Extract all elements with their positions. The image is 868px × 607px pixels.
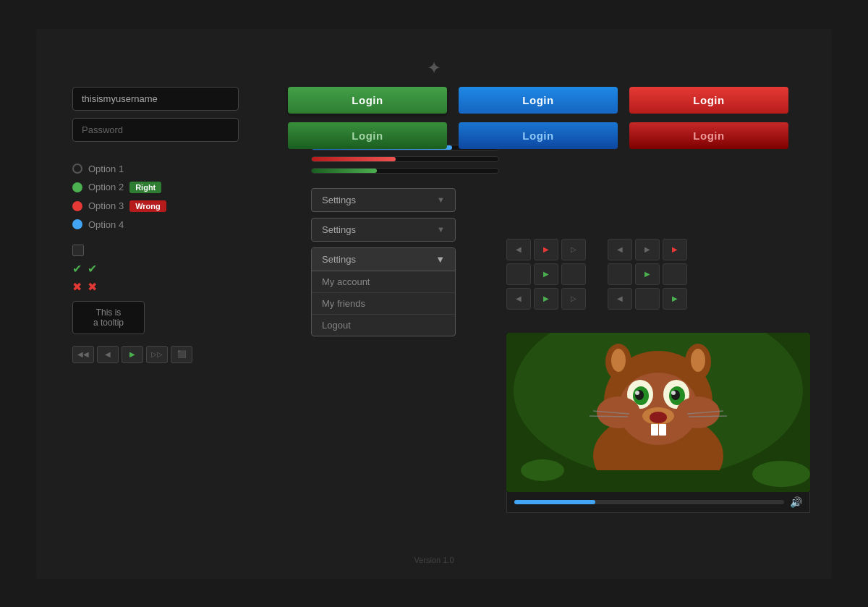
mg2-btn2[interactable]: ▶ bbox=[635, 239, 660, 260]
radio-circle-4 bbox=[72, 219, 82, 229]
svg-point-29 bbox=[752, 461, 810, 487]
svg-point-15 bbox=[635, 391, 639, 395]
dropdown-arrow-2: ▼ bbox=[437, 225, 445, 234]
dropdown-menu-header[interactable]: Settings ▼ bbox=[312, 248, 455, 271]
video-squirrel-svg bbox=[506, 333, 810, 492]
mg1-btn1[interactable]: ◀ bbox=[506, 239, 531, 260]
svg-point-6 bbox=[611, 349, 626, 372]
username-input[interactable] bbox=[72, 87, 239, 111]
mg1-btn9[interactable]: ▷ bbox=[561, 288, 586, 310]
radio-option-1[interactable]: Option 1 bbox=[72, 164, 297, 174]
mg2-btn7[interactable]: ◀ bbox=[608, 288, 632, 310]
mg1-btn8[interactable]: ▶ bbox=[534, 288, 558, 310]
radio-label-2: Option 2 bbox=[88, 182, 124, 192]
left-column: Option 1 Option 2 Right Option 3 Wrong O… bbox=[72, 87, 297, 363]
svg-point-22 bbox=[676, 396, 720, 428]
mg2-btn9[interactable]: ▶ bbox=[663, 288, 687, 310]
login-btn-red-2[interactable]: Login bbox=[629, 122, 788, 149]
mg1-btn3[interactable]: ▷ bbox=[561, 239, 586, 260]
media-grid-2: ◀ ▶ ▶ ▶ ◀ ▶ bbox=[608, 239, 687, 310]
dropdown-menu-arrow: ▼ bbox=[435, 254, 445, 265]
svg-rect-19 bbox=[651, 424, 658, 436]
login-buttons-section: Login Login Login Login Login Login bbox=[288, 87, 788, 158]
main-container: ✦ Option 1 Option 2 Right Option 3 Wrong bbox=[36, 29, 832, 579]
svg-line-24 bbox=[590, 416, 628, 417]
mg1-btn7[interactable]: ◀ bbox=[506, 288, 531, 310]
mg1-btn6[interactable] bbox=[561, 263, 586, 285]
login-btn-blue-2[interactable]: Login bbox=[459, 122, 618, 149]
login-button-row-1: Login Login Login bbox=[288, 87, 788, 114]
ctrl-stop[interactable]: ⬛ bbox=[171, 346, 192, 363]
media-grid-section: ◀ ▶ ▷ ▶ ◀ ▶ ▷ ◀ ▶ ▶ ▶ ◀ ▶ bbox=[506, 239, 687, 310]
login-btn-green-1[interactable]: Login bbox=[288, 87, 447, 114]
ctrl-prev[interactable]: ◀ bbox=[97, 346, 119, 363]
video-player: 🔊 bbox=[506, 333, 810, 513]
mg1-btn5[interactable]: ▶ bbox=[534, 263, 558, 285]
green-checks-row: ✔ ✔ bbox=[72, 262, 297, 276]
login-btn-green-2[interactable]: Login bbox=[288, 122, 447, 149]
check-green-2: ✔ bbox=[88, 262, 97, 276]
mg2-btn5[interactable]: ▶ bbox=[635, 263, 660, 285]
volume-icon[interactable]: 🔊 bbox=[790, 496, 802, 508]
radio-label-4: Option 4 bbox=[88, 219, 124, 230]
mg1-btn4[interactable] bbox=[506, 263, 531, 285]
dropdown-menu-title: Settings bbox=[322, 254, 356, 265]
radio-circle-2 bbox=[72, 182, 82, 192]
version-text: Version 1.0 bbox=[414, 556, 454, 564]
dropdown-label-1: Settings bbox=[322, 195, 356, 205]
video-screen bbox=[506, 333, 810, 492]
login-button-row-2: Login Login Login bbox=[288, 122, 788, 149]
mg2-btn1[interactable]: ◀ bbox=[608, 239, 632, 260]
tooltip-line2: a tooltip bbox=[93, 318, 124, 328]
dropdown-item-myaccount[interactable]: My account bbox=[312, 271, 455, 293]
video-controls-bar: 🔊 bbox=[506, 492, 810, 513]
radio-label-1: Option 1 bbox=[88, 164, 124, 174]
ctrl-next[interactable]: ▷▷ bbox=[146, 346, 168, 363]
checkbox-group: ✔ ✔ ✖ ✖ bbox=[72, 245, 297, 294]
dropdown-btn-1[interactable]: Settings ▼ bbox=[311, 188, 456, 212]
media-grid-1: ◀ ▶ ▷ ▶ ◀ ▶ ▷ bbox=[506, 239, 586, 310]
slider-track-green[interactable] bbox=[311, 168, 499, 174]
radio-option-2[interactable]: Option 2 Right bbox=[72, 182, 297, 193]
svg-rect-20 bbox=[659, 424, 666, 436]
svg-point-16 bbox=[671, 391, 676, 395]
cross-red-1: ✖ bbox=[72, 280, 82, 294]
mg1-btn2[interactable]: ▶ bbox=[534, 239, 558, 260]
radio-label-3: Option 3 bbox=[88, 200, 124, 211]
dropdowns-section: Settings ▼ Settings ▼ bbox=[311, 188, 542, 242]
checkbox-row-1[interactable] bbox=[72, 245, 297, 256]
radio-option-3[interactable]: Option 3 Wrong bbox=[72, 200, 297, 212]
badge-right: Right bbox=[129, 182, 161, 193]
checkbox-1[interactable] bbox=[72, 245, 84, 256]
radio-option-4[interactable]: Option 4 bbox=[72, 219, 297, 230]
password-input[interactable] bbox=[72, 118, 239, 142]
mg2-btn8[interactable] bbox=[635, 288, 660, 310]
login-btn-blue-1[interactable]: Login bbox=[459, 87, 618, 114]
dropdown-label-2: Settings bbox=[322, 224, 356, 235]
radio-circle-1 bbox=[72, 164, 82, 174]
mg2-btn4[interactable] bbox=[608, 263, 632, 285]
dropdown-item-logout[interactable]: Logout bbox=[312, 315, 455, 336]
dropdown-btn-2[interactable]: Settings ▼ bbox=[311, 218, 456, 242]
svg-point-21 bbox=[597, 396, 640, 428]
login-btn-red-1[interactable]: Login bbox=[629, 87, 788, 114]
video-progress-fill bbox=[514, 500, 595, 504]
video-progress-bar[interactable] bbox=[514, 500, 784, 504]
dropdown-arrow-1: ▼ bbox=[437, 195, 445, 204]
svg-point-7 bbox=[691, 349, 705, 372]
ctrl-prev-prev[interactable]: ◀◀ bbox=[72, 346, 94, 363]
ctrl-play[interactable]: ▶ bbox=[122, 346, 143, 363]
mg2-btn3[interactable]: ▶ bbox=[663, 239, 687, 260]
radio-circle-3 bbox=[72, 201, 82, 211]
svg-point-18 bbox=[650, 412, 667, 423]
slider-fill-green bbox=[312, 169, 377, 173]
dropdown-menu: Settings ▼ My account My friends Logout bbox=[311, 247, 456, 336]
check-green-1: ✔ bbox=[72, 262, 82, 276]
star-icon: ✦ bbox=[427, 58, 441, 78]
tooltip-line1: This is bbox=[96, 307, 122, 318]
mg2-btn6[interactable] bbox=[663, 263, 687, 285]
svg-line-26 bbox=[689, 416, 727, 417]
dropdown-item-myfriends[interactable]: My friends bbox=[312, 293, 455, 315]
cross-red-2: ✖ bbox=[88, 280, 97, 294]
red-crosses-row: ✖ ✖ bbox=[72, 280, 297, 294]
